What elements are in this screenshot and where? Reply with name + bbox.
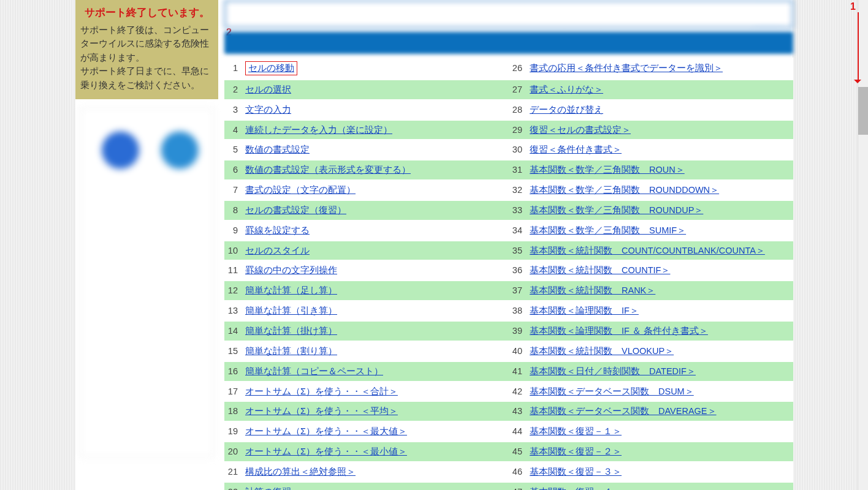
lesson-cell: 数値の書式設定（表示形式を変更する） (243, 160, 509, 180)
lesson-link[interactable]: 基本関数＜統計関数 RANK＞ (530, 285, 655, 295)
lesson-number: 16 (224, 361, 243, 382)
lesson-link[interactable]: 簡単な計算（掛け算） (245, 326, 337, 336)
table-row: 6数値の書式設定（表示形式を変更する）31基本関数＜数学／三角関数 ROUN＞ (224, 160, 793, 180)
table-row: 13簡単な計算（引き算）38基本関数＜論理関数 IF＞ (224, 301, 793, 321)
lesson-link[interactable]: 復習＜セルの書式設定＞ (530, 125, 631, 135)
lesson-number: 20 (224, 442, 243, 462)
table-row: 7書式の設定（文字の配置）32基本関数＜数学／三角関数 ROUNDDOWN＞ (224, 180, 793, 200)
lesson-link[interactable]: 基本関数＜統計関数 COUNTIF＞ (530, 265, 670, 275)
lesson-link[interactable]: 簡単な計算（割り算） (245, 346, 337, 356)
lesson-number: 14 (224, 321, 243, 341)
lesson-link[interactable]: 基本関数＜論理関数 IF ＆ 条件付き書式＞ (530, 326, 708, 336)
lesson-link[interactable]: 基本関数＜復習－３＞ (530, 467, 622, 477)
lesson-number: 13 (224, 301, 243, 321)
lesson-number: 2 (224, 80, 243, 100)
lesson-link[interactable]: セルのスタイル (245, 246, 310, 255)
lesson-link[interactable]: 計算の復習 (245, 487, 291, 490)
table-row: 17オートサム（Σ）を使う・・＜合計＞42基本関数＜データベース関数 DSUM＞ (224, 382, 793, 402)
table-row: 21構成比の算出＜絶対参照＞46基本関数＜復習－３＞ (224, 462, 793, 482)
lesson-link[interactable]: セルの選択 (245, 85, 291, 94)
lesson-cell: 書式＜ふりがな＞ (527, 80, 793, 100)
lesson-link[interactable]: 基本関数＜統計関数 VLOOKUP＞ (530, 346, 674, 356)
lesson-link[interactable]: 基本関数＜論理関数 IF＞ (530, 306, 639, 315)
lesson-link[interactable]: 基本関数＜復習－４＞ (530, 487, 622, 490)
lesson-link[interactable]: 連続したデータを入力（楽に設定） (245, 125, 392, 135)
lesson-cell: 基本関数＜復習－１＞ (527, 421, 793, 442)
lesson-cell: 基本関数＜統計関数 VLOOKUP＞ (527, 341, 793, 361)
lesson-number: 27 (509, 80, 527, 100)
lesson-link[interactable]: 罫線を設定する (245, 225, 310, 235)
warning-body: サポート終了後は、コンピューターウイルスに感染する危険性が高まります。 サポート… (80, 23, 213, 92)
scrollbar-track[interactable] (858, 0, 868, 490)
lesson-link[interactable]: 基本関数＜復習－２＞ (530, 447, 622, 456)
lesson-cell: 罫線の中の文字列操作 (243, 260, 509, 281)
lesson-number: 1 (224, 58, 243, 80)
lesson-link[interactable]: 書式＜ふりがな＞ (530, 85, 603, 94)
lesson-link[interactable]: 文字の入力 (245, 105, 291, 115)
lesson-link[interactable]: セルの移動 (248, 63, 294, 73)
support-end-warning: サポート終了しています。 サポート終了後は、コンピューターウイルスに感染する危険… (75, 0, 218, 99)
table-row: 5数値の書式設定30復習＜条件付き書式＞ (224, 140, 793, 160)
lesson-number: 4 (224, 120, 243, 140)
lesson-link[interactable]: 数値の書式設定 (245, 145, 310, 154)
lesson-cell: 簡単な計算（掛け算） (243, 321, 509, 341)
warning-title: サポート終了しています。 (80, 5, 213, 21)
lesson-number: 10 (224, 241, 243, 261)
lesson-link[interactable]: オートサム（Σ）を使う・・＜平均＞ (245, 406, 398, 416)
lesson-link[interactable]: 簡単な計算（コピー＆ペースト） (245, 366, 383, 376)
lesson-link[interactable]: 簡単な計算（引き算） (245, 306, 337, 315)
lesson-link[interactable]: 基本関数＜データベース関数 DAVERAGE＞ (530, 406, 717, 416)
sidebar-ad[interactable] (80, 108, 213, 457)
lesson-number: 40 (509, 341, 527, 361)
lesson-number: 42 (509, 382, 527, 402)
lesson-cell: 書式の設定（文字の配置） (243, 180, 509, 200)
lesson-link[interactable]: オートサム（Σ）を使う・・＜最小値＞ (245, 447, 407, 456)
scrollbar-thumb[interactable] (858, 87, 868, 135)
lesson-cell: セルのスタイル (243, 241, 509, 261)
main-content: 1セルの移動26書式の応用＜条件付き書式でデーターを識別＞2セルの選択27書式＜… (218, 0, 796, 490)
lesson-link[interactable]: 基本関数＜復習－１＞ (530, 426, 622, 436)
lesson-link[interactable]: 基本関数＜日付／時刻関数 DATEDIF＞ (530, 366, 696, 376)
lesson-number: 45 (509, 442, 527, 462)
table-row: 10セルのスタイル35基本関数＜統計関数 COUNT/COUNTBLANK/CO… (224, 241, 793, 261)
table-row: 2セルの選択27書式＜ふりがな＞ (224, 80, 793, 100)
lesson-cell: 基本関数＜数学／三角関数 ROUN＞ (527, 160, 793, 180)
lesson-cell: セルの移動 (243, 58, 509, 80)
lesson-cell: 基本関数＜統計関数 RANK＞ (527, 281, 793, 301)
table-row: 3文字の入力28データの並び替え (224, 100, 793, 120)
lesson-link[interactable]: 基本関数＜数学／三角関数 ROUN＞ (530, 165, 685, 175)
lesson-link[interactable]: オートサム（Σ）を使う・・＜合計＞ (245, 386, 398, 396)
lesson-link[interactable]: 簡単な計算（足し算） (245, 285, 337, 295)
lesson-cell: 基本関数＜数学／三角関数 ROUNDUP＞ (527, 200, 793, 221)
search-button[interactable] (224, 32, 793, 54)
lesson-link[interactable]: 書式の設定（文字の配置） (245, 185, 356, 195)
lesson-link[interactable]: セルの書式設定（復習） (245, 205, 346, 215)
lesson-link[interactable]: 基本関数＜データベース関数 DSUM＞ (530, 386, 694, 396)
lesson-link[interactable]: オートサム（Σ）を使う・・＜最大値＞ (245, 426, 407, 436)
lesson-number: 37 (509, 281, 527, 301)
lesson-link[interactable]: 罫線の中の文字列操作 (245, 265, 337, 275)
lesson-link[interactable]: 基本関数＜数学／三角関数 ROUNDDOWN＞ (530, 185, 719, 195)
search-bar[interactable] (224, 0, 793, 28)
lesson-number: 33 (509, 200, 527, 221)
lesson-link[interactable]: 基本関数＜数学／三角関数 SUMIF＞ (530, 225, 686, 235)
lesson-number: 35 (509, 241, 527, 261)
lesson-link[interactable]: 書式の応用＜条件付き書式でデーターを識別＞ (530, 63, 723, 73)
table-row: 19オートサム（Σ）を使う・・＜最大値＞44基本関数＜復習－１＞ (224, 421, 793, 442)
lesson-link[interactable]: 復習＜条件付き書式＞ (530, 145, 622, 154)
lesson-cell: 罫線を設定する (243, 221, 509, 241)
lesson-link[interactable]: 基本関数＜統計関数 COUNT/COUNTBLANK/COUNTA＞ (530, 246, 765, 255)
lesson-link[interactable]: 構成比の算出＜絶対参照＞ (245, 467, 356, 477)
table-row: 8セルの書式設定（復習）33基本関数＜数学／三角関数 ROUNDUP＞ (224, 200, 793, 221)
table-row: 9罫線を設定する34基本関数＜数学／三角関数 SUMIF＞ (224, 221, 793, 241)
lesson-link[interactable]: データの並び替え (530, 105, 603, 115)
lesson-number: 9 (224, 221, 243, 241)
lesson-cell: 基本関数＜統計関数 COUNT/COUNTBLANK/COUNTA＞ (527, 241, 793, 261)
lesson-link[interactable]: 数値の書式設定（表示形式を変更する） (245, 165, 411, 175)
table-row: 18オートサム（Σ）を使う・・＜平均＞43基本関数＜データベース関数 DAVER… (224, 401, 793, 421)
lesson-number: 22 (224, 482, 243, 490)
lesson-cell: 基本関数＜データベース関数 DAVERAGE＞ (527, 401, 793, 421)
lesson-number: 7 (224, 180, 243, 200)
lesson-number: 26 (509, 58, 527, 80)
lesson-link[interactable]: 基本関数＜数学／三角関数 ROUNDUP＞ (530, 205, 703, 215)
